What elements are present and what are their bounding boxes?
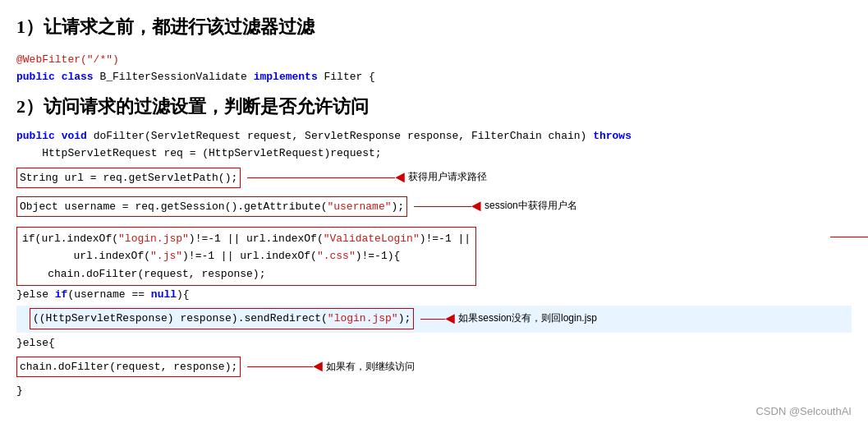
redirect-line: ((HttpServletResponse) response).sendRed… <box>16 306 852 333</box>
arrow-redirect: ◄ <box>445 306 455 333</box>
heading1: 1）让请求之前，都进行该过滤器过滤 <box>16 15 852 39</box>
username-annotation: session中获得用户名 <box>485 198 577 214</box>
webfilter-line: @WebFilter("/*") <box>16 51 119 68</box>
httprequest-line: HttpServletRequest req = (HttpServletReq… <box>16 145 852 162</box>
url-line: String url = req.getServletPath(); ◄ 获得用… <box>16 164 852 191</box>
arrow-url: ◄ <box>395 164 405 191</box>
else-if-line: }else if(username == null){ <box>16 286 852 303</box>
closing-brace: } <box>16 382 852 399</box>
chain-code-box2: chain.doFilter(request, response); <box>16 357 241 377</box>
chain2-annotation: 如果有，则继续访问 <box>326 359 415 375</box>
arrow-chain2: ◄ <box>313 353 323 380</box>
url-code-box: String url = req.getServletPath(); <box>16 168 241 188</box>
if-line1: if(url.indexOf("login.jsp")!=-1 || url.i… <box>22 230 471 247</box>
arrow-username: ◄ <box>471 193 481 220</box>
webfilter-annotation: @WebFilter("/*") <box>16 51 852 68</box>
chain-line2: chain.doFilter(request, response); ◄ 如果有… <box>16 353 852 380</box>
heading2: 2）访问请求的过滤设置，判断是否允许访问 <box>16 94 852 119</box>
username-line: Object username = req.getSession().getAt… <box>16 193 852 220</box>
username-code-box: Object username = req.getSession().getAt… <box>16 196 407 217</box>
watermark: CSDN @SelcouthAI <box>755 405 852 417</box>
url-check-block: if(url.indexOf("login.jsp")!=-1 || url.i… <box>16 227 852 286</box>
chain-dofilter-1: chain.doFilter(request, response); <box>22 265 471 283</box>
redirect-annotation: 如果session没有，则回login.jsp <box>458 311 597 327</box>
redirect-code-box: ((HttpServletResponse) response).sendRed… <box>30 308 414 329</box>
if-line2: url.indexOf(".js")!=-1 || url.indexOf(".… <box>22 247 471 265</box>
dofilter-signature: public void doFilter(ServletRequest requ… <box>16 127 852 145</box>
class-declaration: public class B_FilterSessionValidate imp… <box>16 68 852 85</box>
url-annotation: 获得用户请求路径 <box>408 169 487 186</box>
else-line: }else{ <box>16 334 852 352</box>
